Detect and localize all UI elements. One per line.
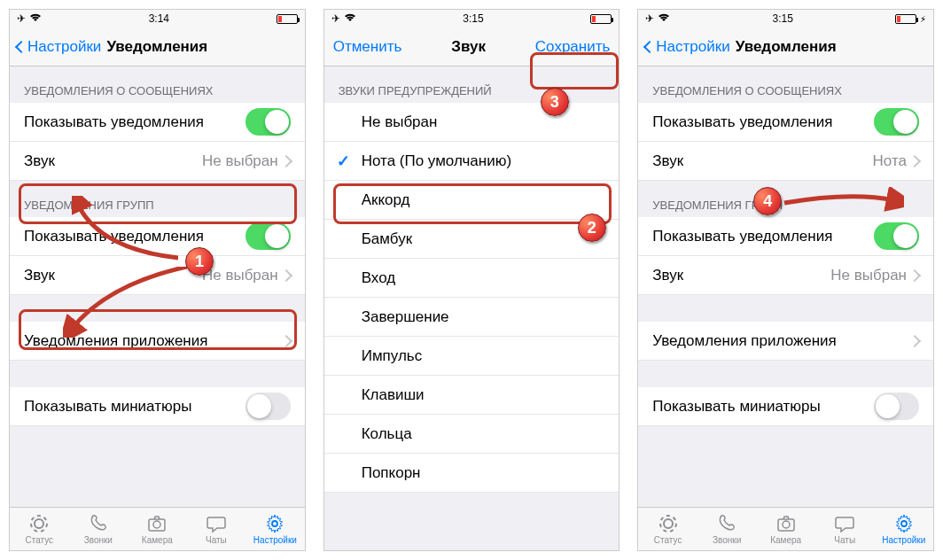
cancel-button[interactable]: Отменить [333, 38, 402, 56]
svg-point-0 [35, 519, 43, 528]
sound-option-label: Клавиши [362, 386, 425, 404]
row-app-notifications[interactable]: Уведомления приложения [638, 322, 933, 361]
sound-option[interactable]: Клавиши [324, 376, 620, 415]
phone-screen-3: ✈︎ 3:15 ⚡︎ Настройки Уведомления УВЕДОМЛ… [637, 9, 934, 551]
sound-option-label: Аккорд [362, 191, 410, 209]
sound-option[interactable]: Импульс [324, 337, 620, 376]
row-show-notifications[interactable]: Показывать уведомления [10, 103, 305, 142]
sound-option-label: Нота (По умолчанию) [362, 152, 511, 170]
sound-option-label: Кольца [362, 425, 412, 443]
tab-chats[interactable]: Чаты [187, 508, 246, 550]
chevron-right-icon [912, 335, 919, 346]
airplane-icon: ✈︎ [645, 12, 654, 25]
svg-point-3 [153, 521, 160, 528]
tab-status[interactable]: Статус [10, 508, 69, 550]
back-button[interactable]: Настройки [647, 38, 729, 56]
sound-option[interactable]: Завершение [324, 298, 620, 337]
back-label: Настройки [656, 38, 729, 56]
sound-option-label: Вход [362, 269, 395, 287]
wifi-icon [344, 12, 356, 25]
tab-status[interactable]: Статус [638, 508, 698, 550]
row-label: Звук [652, 152, 872, 170]
row-show-notifications-groups[interactable]: Показывать уведомления [638, 217, 933, 256]
section-header-messages: УВЕДОМЛЕНИЯ О СООБЩЕНИЯХ [10, 66, 305, 103]
row-label: Звук [24, 152, 202, 170]
phone-icon [88, 513, 109, 534]
row-sound-groups[interactable]: Звук Не выбран [638, 256, 933, 295]
step-badge-3: 3 [541, 88, 569, 116]
sound-option-label: Импульс [362, 347, 423, 365]
tab-calls[interactable]: Звонки [698, 508, 757, 550]
status-bar: ✈︎ 3:15 [324, 10, 620, 27]
row-label: Звук [24, 267, 202, 284]
status-bar: ✈︎ 3:15 ⚡︎ [638, 10, 933, 27]
chevron-left-icon [19, 41, 26, 52]
step-badge-2: 2 [578, 214, 606, 242]
row-app-notifications[interactable]: Уведомления приложения [10, 322, 305, 361]
checkmark-icon: ✓ [337, 152, 350, 171]
tab-label: Камера [770, 535, 801, 545]
section-header-alert-sounds: ЗВУКИ ПРЕДУПРЕЖДЕНИЙ [324, 66, 620, 103]
row-label: Показывать уведомления [652, 228, 874, 245]
tab-settings[interactable]: Настройки [874, 508, 933, 550]
battery-icon [895, 14, 916, 24]
phone-screen-2: ✈︎ 3:15 Отменить Звук Сохранить ЗВУКИ ПР… [323, 9, 620, 551]
tab-settings[interactable]: Настройки [245, 508, 305, 550]
sound-option[interactable]: Бамбук [324, 220, 620, 259]
back-button[interactable]: Настройки [19, 38, 101, 56]
gear-icon [893, 513, 915, 534]
tab-camera[interactable]: Камера [756, 508, 815, 550]
row-show-thumbnails[interactable]: Показывать миниатюры [10, 387, 305, 426]
charging-icon: ⚡︎ [920, 14, 926, 24]
svg-point-4 [272, 521, 277, 526]
sound-option[interactable]: Попкорн [324, 454, 620, 493]
row-label: Показывать уведомления [24, 113, 245, 131]
row-sound-messages[interactable]: Звук Нота [638, 142, 933, 181]
toggle-show-thumbnails[interactable] [874, 393, 919, 420]
svg-point-1 [31, 516, 47, 532]
tab-chats[interactable]: Чаты [815, 508, 875, 550]
toggle-show-notifications[interactable] [245, 108, 291, 136]
row-value: Не выбран [830, 267, 907, 284]
camera-icon [146, 513, 168, 534]
sound-option[interactable]: Вход [324, 259, 620, 298]
tab-label: Статус [25, 535, 53, 545]
toggle-show-thumbnails[interactable] [245, 393, 291, 420]
chevron-right-icon [284, 335, 291, 346]
tab-camera[interactable]: Камера [128, 508, 187, 550]
chats-icon [834, 513, 855, 534]
sound-option[interactable]: ✓Нота (По умолчанию) [324, 142, 620, 181]
save-button[interactable]: Сохранить [535, 38, 610, 56]
row-show-notifications-groups[interactable]: Показывать уведомления [10, 217, 305, 256]
airplane-icon: ✈︎ [17, 12, 26, 25]
camera-icon [775, 513, 797, 534]
row-label: Показывать миниатюры [652, 398, 874, 416]
nav-bar: Настройки Уведомления [10, 27, 305, 66]
sound-option-label: Попкорн [362, 464, 421, 482]
row-sound-messages[interactable]: Звук Не выбран [10, 142, 305, 181]
chevron-right-icon [284, 269, 291, 281]
airplane-icon: ✈︎ [331, 12, 340, 25]
toggle-show-notifications-groups[interactable] [245, 222, 291, 250]
row-label: Звук [652, 267, 830, 284]
sound-option[interactable]: Не выбран [324, 103, 620, 142]
section-header-groups: УВЕДОМЛЕНИЯ ГРУПП [638, 181, 933, 217]
toggle-show-notifications-groups[interactable] [874, 222, 919, 250]
row-show-thumbnails[interactable]: Показывать миниатюры [638, 387, 933, 426]
svg-point-8 [783, 521, 790, 528]
sound-option[interactable]: Кольца [324, 415, 620, 454]
tab-calls[interactable]: Звонки [69, 508, 129, 550]
row-label: Уведомления приложения [652, 332, 912, 350]
status-time: 3:14 [149, 12, 169, 25]
row-show-notifications[interactable]: Показывать уведомления [638, 103, 933, 142]
tab-bar: Статус Звонки Камера Чаты Настройки [638, 507, 933, 550]
row-value: Не выбран [202, 267, 278, 284]
row-label: Показывать уведомления [652, 113, 874, 131]
row-value: Нота [873, 152, 907, 170]
row-label: Уведомления приложения [24, 332, 284, 350]
sound-option[interactable]: Аккорд [324, 181, 620, 220]
row-sound-groups[interactable]: Звук Не выбран [10, 256, 305, 295]
chevron-right-icon [284, 155, 291, 167]
toggle-show-notifications[interactable] [874, 108, 919, 136]
chats-icon [206, 513, 227, 534]
